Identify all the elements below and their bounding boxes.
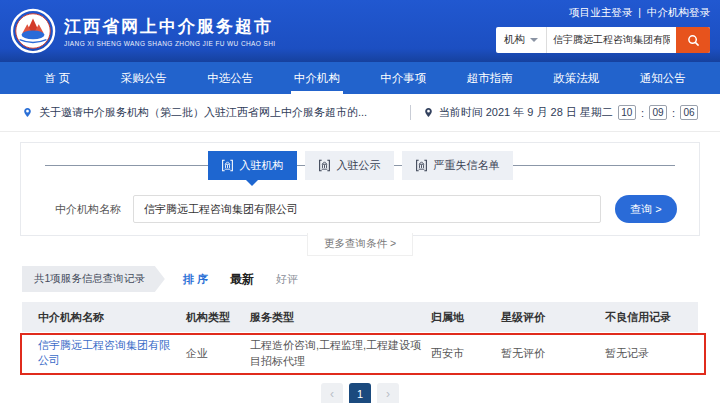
site-title: 江西省网上中介服务超市 <box>64 15 276 38</box>
agency-name-input[interactable] <box>133 195 601 223</box>
agency-region-cell: 西安市 <box>427 346 497 361</box>
col-header-credit: 不良信用记录 <box>601 310 698 325</box>
nav-item-policy[interactable]: 政策法规 <box>533 62 620 94</box>
tab-entry-publicity[interactable]: 入驻公示 <box>305 151 394 180</box>
nav-item-announcements[interactable]: 通知公告 <box>620 62 707 94</box>
nav-item-selection[interactable]: 中选公告 <box>187 62 274 94</box>
pagination: ‹ 1 › <box>0 383 720 403</box>
nav-item-agencies[interactable]: 中介机构 <box>274 62 361 94</box>
col-header-service: 服务类型 <box>246 309 427 326</box>
login-links: 项目业主登录 | 中介机构登录 <box>569 6 710 20</box>
time-minutes: 09 <box>649 105 667 120</box>
agency-service-cell: 工程造价咨询,工程监理,工程建设项目招标代理 <box>246 337 427 370</box>
nav-item-matters[interactable]: 中介事项 <box>360 62 447 94</box>
agency-credit-cell: 暂无记录 <box>601 346 698 361</box>
table-row: 信宇腾远工程咨询集团有限公司 企业 工程造价咨询,工程监理,工程建设项目招标代理… <box>22 332 698 374</box>
col-header-type: 机构类型 <box>182 310 246 325</box>
header-search-input[interactable] <box>547 27 676 53</box>
time-prefix: 当前时间 2021 年 9 月 28 日 星期二 <box>439 105 613 120</box>
agency-login-link[interactable]: 中介机构登录 <box>647 6 710 20</box>
sort-option-rating[interactable]: 好评 <box>276 272 298 287</box>
sort-option-newest[interactable]: 最新 <box>230 271 254 288</box>
more-filters-link[interactable]: 更多查询条件 > <box>307 233 413 256</box>
nav-item-guide[interactable]: 超市指南 <box>447 62 534 94</box>
search-icon <box>687 34 700 47</box>
time-seconds: 06 <box>680 105 698 120</box>
results-bar: 共1项服务信息查询记录 排 序 最新 好评 <box>22 266 698 292</box>
prev-page-button[interactable]: ‹ <box>321 383 343 403</box>
time-hours: 10 <box>618 105 636 120</box>
sort-label: 排 序 <box>183 272 208 287</box>
agency-name-label: 中介机构名称 <box>55 202 121 217</box>
agency-name-link[interactable]: 信宇腾远工程咨询集团有限公司 <box>22 338 182 368</box>
search-category-dropdown[interactable]: 机构 <box>496 27 547 53</box>
notice-bar: 关于邀请中介服务机构（第二批）入驻江西省网上中介服务超市的... 当前时间 20… <box>0 94 720 132</box>
col-header-rating: 星级评价 <box>497 310 601 325</box>
time-colon: : <box>641 107 644 119</box>
notice-link[interactable]: 关于邀请中介服务机构（第二批）入驻江西省网上中介服务超市的... <box>39 105 367 120</box>
site-header: 江西省网上中介服务超市 JIANG XI SHENG WANG SHANG ZH… <box>0 0 720 62</box>
login-separator: | <box>638 6 641 20</box>
agencies-table: 中介机构名称 机构类型 服务类型 归属地 星级评价 不良信用记录 信宇腾远工程咨… <box>22 302 698 374</box>
nav-item-procurement[interactable]: 采购公告 <box>101 62 188 94</box>
institution-icon <box>415 159 428 172</box>
main-nav: 首 页 采购公告 中选公告 中介机构 中介事项 超市指南 政策法规 通知公告 <box>0 62 720 94</box>
header-search: 机构 <box>496 27 710 53</box>
tab-label: 严重失信名单 <box>434 158 500 173</box>
institution-icon <box>221 159 234 172</box>
site-logo: 江西省网上中介服务超市 JIANG XI SHENG WANG SHANG ZH… <box>10 8 276 54</box>
table-header-row: 中介机构名称 机构类型 服务类型 归属地 星级评价 不良信用记录 <box>22 302 698 332</box>
next-page-button[interactable]: › <box>377 383 399 403</box>
tab-label: 入驻公示 <box>337 158 381 173</box>
query-button[interactable]: 查询 > <box>615 195 677 223</box>
time-pin-icon <box>423 106 434 119</box>
emblem-icon <box>10 8 56 54</box>
tabs-row: 入驻机构 入驻公示 严重失信名单 <box>21 151 699 181</box>
agency-type-cell: 企业 <box>182 346 246 361</box>
header-search-button[interactable] <box>676 27 710 53</box>
page-1-button[interactable]: 1 <box>349 383 371 403</box>
agency-rating-cell: 暂无评价 <box>497 346 601 361</box>
owner-login-link[interactable]: 项目业主登录 <box>569 6 632 20</box>
col-header-region: 归属地 <box>427 310 497 325</box>
time-colon: : <box>672 107 675 119</box>
chevron-down-icon <box>530 38 538 42</box>
results-count: 共1项服务信息查询记录 <box>22 266 165 292</box>
institution-icon <box>318 159 331 172</box>
current-time: 当前时间 2021 年 9 月 28 日 星期二 10 : 09 : 06 <box>410 105 698 120</box>
col-header-name: 中介机构名称 <box>22 310 182 325</box>
agency-search-form: 中介机构名称 查询 > <box>21 181 699 223</box>
location-pin-icon <box>22 106 33 119</box>
site-subtitle: JIANG XI SHENG WANG SHANG ZHONG JIE FU W… <box>64 40 276 47</box>
tab-registered-agencies[interactable]: 入驻机构 <box>208 151 297 180</box>
tab-label: 入驻机构 <box>240 158 284 173</box>
tab-dishonesty-list[interactable]: 严重失信名单 <box>402 151 513 180</box>
search-panel: 入驻机构 入驻公示 严重失信名单 中介机构名称 查询 > 更多查询条件 > <box>20 142 700 236</box>
search-category-label: 机构 <box>504 33 525 47</box>
nav-item-home[interactable]: 首 页 <box>14 62 101 94</box>
